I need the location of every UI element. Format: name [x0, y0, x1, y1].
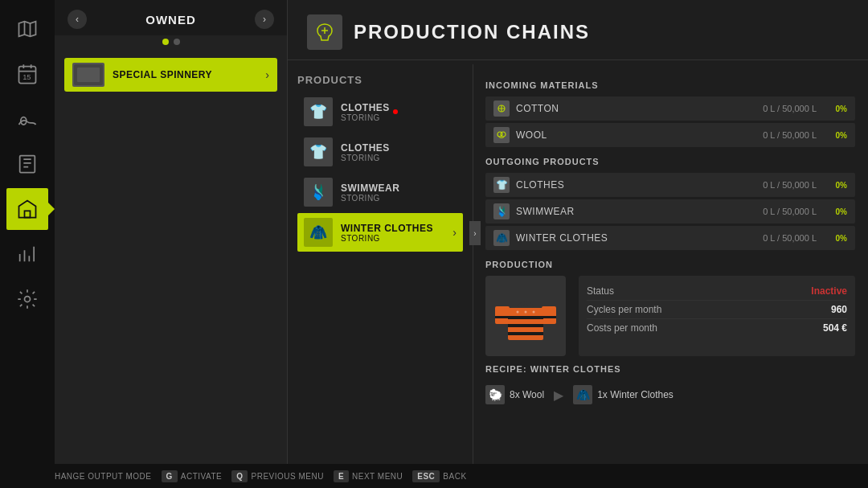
svg-point-10 — [501, 132, 506, 137]
spinnery-item[interactable]: SPECIAL SPINNERY › — [64, 58, 277, 92]
dot-1 — [162, 39, 169, 45]
outgoing-clothes: 👕 CLOTHES 0 L / 50,000 L 0% — [485, 173, 855, 197]
recipe-section: RECIPE: WINTER CLOTHES 🐑 8x Wool ▶ 🧥 1x … — [485, 364, 855, 409]
svg-text:15: 15 — [23, 73, 31, 81]
cycles-val: 960 — [831, 304, 847, 315]
spinnery-thumb — [72, 63, 104, 87]
svg-point-21 — [533, 311, 535, 314]
outgoing-swimwear-pct: 0% — [825, 207, 847, 216]
wool-amount: 0 L / 50,000 L — [763, 130, 817, 140]
production-area: Status Inactive Cycles per month 960 Cos… — [485, 276, 855, 356]
cotton-amount: 0 L / 50,000 L — [763, 104, 817, 113]
wool-icon — [493, 127, 510, 143]
product-thumb-clothes-2: 👕 — [304, 137, 333, 166]
outgoing-swimwear-amount: 0 L / 50,000 L — [763, 207, 817, 216]
svg-rect-4 — [25, 211, 31, 217]
kb-e-label: NEXT MENU — [352, 472, 403, 481]
product-name-winter-clothes: WINTER CLOTHES — [341, 223, 433, 234]
owned-header: ‹ OWNED › — [55, 0, 287, 35]
costs-val: 504 € — [823, 322, 847, 334]
cotton-name: COTTON — [516, 103, 763, 114]
sweater-image — [485, 276, 566, 356]
kb-g-label: ACTIVATE — [181, 472, 222, 481]
outgoing-clothes-name: CLOTHES — [516, 179, 763, 191]
ingredient-qty: 8x Wool — [510, 389, 544, 400]
cotton-icon — [493, 100, 510, 117]
production-chains-title: PRODUCTION CHAINS — [354, 21, 590, 43]
product-name-clothes-2: CLOTHES — [341, 142, 390, 154]
outgoing-swimwear-icon: 🩱 — [493, 203, 510, 219]
owned-prev-btn[interactable]: ‹ — [68, 10, 87, 29]
outgoing-clothes-icon: 👕 — [493, 177, 510, 193]
sidebar-item-building[interactable] — [6, 188, 48, 230]
svg-rect-3 — [20, 156, 35, 173]
sidebar-item-map[interactable] — [6, 8, 48, 50]
owned-panel: ‹ OWNED › SPECIAL SPINNERY › — [55, 0, 288, 488]
material-cotton: COTTON 0 L / 50,000 L 0% — [485, 96, 855, 121]
svg-point-5 — [25, 297, 31, 302]
svg-rect-7 — [77, 68, 100, 82]
recipe-label: RECIPE: WINTER CLOTHES — [485, 364, 855, 374]
outgoing-winter-clothes: 🧥 WINTER CLOTHES 0 L / 50,000 L 0% — [485, 226, 855, 250]
kb-esc-label: BACK — [443, 472, 466, 481]
sidebar-item-calendar[interactable]: 15 — [6, 53, 48, 95]
red-dot-1 — [393, 109, 398, 114]
recipe-ingredient: 🐑 8x Wool — [485, 385, 544, 404]
svg-rect-14 — [508, 316, 543, 319]
product-thumb-clothes-1: 👕 — [304, 97, 333, 126]
kb-q-key: Q — [231, 470, 248, 482]
sidebar-item-notes[interactable] — [6, 143, 48, 185]
output-qty: 1x Winter Clothes — [597, 389, 674, 400]
products-panel: PRODUCTS 👕 CLOTHES STORING 👕 CLOTHES STO… — [288, 64, 473, 466]
product-item-clothes-1[interactable]: 👕 CLOTHES STORING — [297, 92, 463, 131]
svg-point-20 — [525, 311, 527, 314]
svg-rect-15 — [508, 324, 543, 327]
product-item-winter-clothes[interactable]: 🧥 WINTER CLOTHES STORING › — [297, 213, 463, 252]
svg-rect-16 — [508, 332, 543, 335]
production-chains-header: PRODUCTION CHAINS — [288, 0, 868, 60]
owned-title: OWNED — [145, 13, 196, 27]
product-sub-winter-clothes: STORING — [341, 234, 433, 243]
kb-g-key: G — [162, 470, 178, 482]
recipe-arrow-icon: ▶ — [554, 388, 563, 403]
product-sub-clothes-2: STORING — [341, 154, 390, 162]
product-arrow-icon: › — [452, 226, 457, 239]
kb-space-label: CHANGE OUTPUT MODE — [48, 472, 151, 481]
status-key: Status — [587, 285, 614, 297]
sidebar-item-settings[interactable] — [6, 278, 48, 320]
outgoing-swimwear-name: SWIMWEAR — [516, 206, 763, 217]
cotton-pct: 0% — [825, 105, 847, 113]
product-sub-swimwear: STORING — [341, 194, 399, 203]
outgoing-winter-name: WINTER CLOTHES — [516, 232, 763, 244]
kb-esc: ESC BACK — [412, 470, 473, 482]
stat-status: Status Inactive — [587, 282, 847, 301]
product-item-swimwear[interactable]: 🩱 SWIMWEAR STORING — [297, 173, 463, 211]
sidebar-item-farm[interactable] — [6, 98, 48, 140]
kb-e: E NEXT MENU — [334, 470, 409, 482]
main-content: PRODUCTION CHAINS PRODUCTS 👕 CLOTHES STO… — [288, 0, 868, 466]
winter-clothes-recipe-icon: 🧥 — [573, 385, 592, 404]
scroll-arrow[interactable]: › — [469, 221, 481, 245]
material-wool: WOOL 0 L / 50,000 L 0% — [485, 123, 855, 147]
product-name-swimwear: SWIMWEAR — [341, 182, 399, 194]
owned-dots — [55, 35, 287, 51]
sidebar-item-chart[interactable] — [6, 233, 48, 275]
status-val: Inactive — [811, 285, 847, 297]
owned-next-btn[interactable]: › — [255, 10, 274, 29]
production-chains-icon — [307, 14, 342, 50]
product-thumb-winter-clothes: 🧥 — [304, 218, 333, 247]
kb-e-key: E — [334, 470, 349, 482]
spinnery-name: SPECIAL SPINNERY — [113, 69, 212, 80]
svg-rect-18 — [542, 316, 556, 318]
kb-q: Q PREVIOUS MENU — [231, 470, 330, 482]
wool-name: WOOL — [516, 129, 763, 141]
right-panel: INCOMING MATERIALS COTTON 0 L / 50,000 L… — [473, 64, 868, 466]
outgoing-winter-amount: 0 L / 50,000 L — [763, 233, 817, 243]
costs-key: Costs per month — [587, 322, 657, 334]
stat-costs: Costs per month 504 € — [587, 319, 847, 337]
production-stats: Status Inactive Cycles per month 960 Cos… — [579, 276, 855, 356]
stat-cycles: Cycles per month 960 — [587, 301, 847, 319]
product-item-clothes-2[interactable]: 👕 CLOTHES STORING — [297, 133, 463, 171]
svg-point-19 — [517, 311, 519, 314]
spinnery-arrow-icon: › — [265, 68, 269, 81]
